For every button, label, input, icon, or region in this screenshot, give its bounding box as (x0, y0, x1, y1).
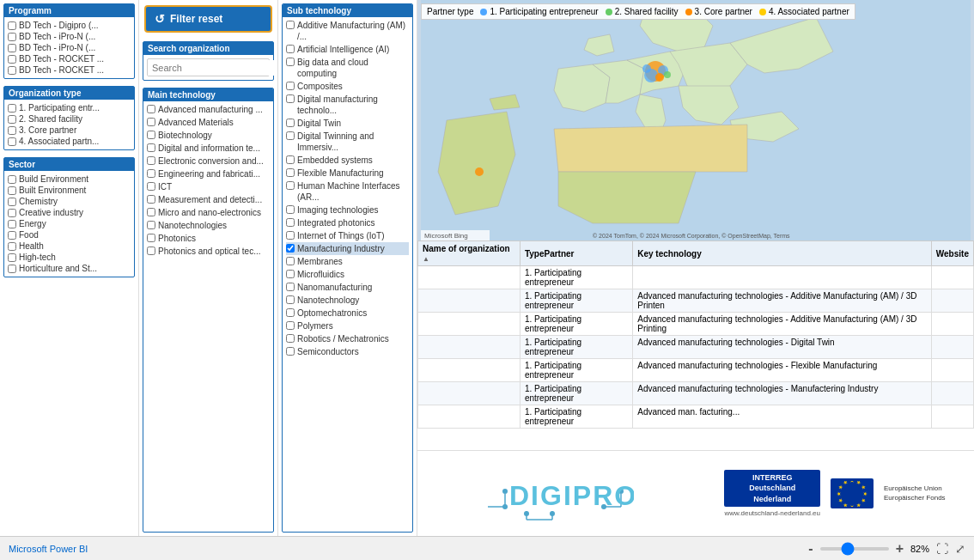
list-item[interactable]: Flexible Manufacturing (286, 167, 409, 180)
sector-cb-0[interactable] (8, 175, 16, 184)
list-item[interactable]: Digital manufacturing technolo... (286, 93, 409, 117)
list-item[interactable]: Photonics and optical tec... (147, 245, 270, 258)
list-item[interactable]: Built Environment (8, 185, 131, 196)
list-item[interactable]: Polymers (286, 320, 409, 332)
subtech-cb-5[interactable] (286, 119, 295, 127)
subtech-cb-3[interactable] (286, 82, 295, 90)
col-header-website[interactable]: Website (931, 241, 973, 266)
sector-cb-7[interactable] (8, 253, 16, 262)
maintech-cb-5[interactable] (147, 169, 155, 178)
zoom-plus-button[interactable]: + (896, 541, 904, 557)
list-item[interactable]: Microfluidics (286, 268, 409, 281)
list-item[interactable]: Embedded systems (286, 154, 409, 167)
list-item[interactable]: BD Tech - iPro-N (... (8, 42, 131, 53)
subtech-cb-12[interactable] (286, 231, 295, 240)
maintech-cb-11[interactable] (147, 247, 155, 255)
list-item[interactable]: Horticulture and St... (8, 263, 131, 274)
list-item[interactable]: BD Tech - iPro-N (... (8, 31, 131, 42)
list-item[interactable]: 1. Participating entr... (8, 102, 131, 113)
maintech-cb-0[interactable] (147, 105, 155, 113)
org-cb-3[interactable] (8, 137, 16, 146)
col-header-type[interactable]: TypePartner (520, 241, 632, 266)
programm-cb-1[interactable] (8, 33, 16, 41)
list-item[interactable]: Imaging technologies (286, 204, 409, 216)
fit-page-button[interactable]: ⛶ (936, 542, 948, 556)
search-input[interactable] (148, 60, 275, 76)
subtech-cb-18[interactable] (286, 308, 295, 317)
list-item[interactable]: BD Tech - Digipro (... (8, 20, 131, 31)
maintech-cb-4[interactable] (147, 156, 155, 165)
col-header-keytech[interactable]: Key technology (633, 241, 932, 266)
sector-cb-5[interactable] (8, 231, 16, 240)
subtech-cb-13[interactable] (286, 244, 295, 253)
subtech-cb-8[interactable] (286, 168, 295, 177)
maintech-cb-8[interactable] (147, 208, 155, 216)
subtech-cb-4[interactable] (286, 94, 295, 103)
maintech-cb-3[interactable] (147, 143, 155, 152)
subtech-cb-0[interactable] (286, 21, 295, 29)
subtech-cb-19[interactable] (286, 321, 295, 330)
org-cb-1[interactable] (8, 115, 16, 124)
maintech-cb-7[interactable] (147, 195, 155, 204)
org-cb-2[interactable] (8, 126, 16, 135)
list-item[interactable]: Food (8, 229, 131, 240)
subtech-cb-10[interactable] (286, 205, 295, 214)
sector-cb-2[interactable] (8, 198, 16, 206)
subtech-cb-6[interactable] (286, 131, 295, 140)
list-item[interactable]: Micro and nano-electronics (147, 206, 270, 219)
programm-cb-4[interactable] (8, 66, 16, 75)
maintech-cb-1[interactable] (147, 118, 155, 126)
list-item[interactable]: Big data and cloud computing (286, 56, 409, 80)
list-item[interactable]: BD Tech - ROCKET ... (8, 64, 131, 76)
subtech-cb-7[interactable] (286, 155, 295, 164)
list-item[interactable]: BD Tech - ROCKET ... (8, 53, 131, 64)
list-item[interactable]: Biotechnology (147, 129, 270, 142)
list-item[interactable]: Semiconductors (286, 345, 409, 358)
table-scroll[interactable]: Name of organization ▲ TypePartner Key t… (417, 240, 974, 450)
programm-cb-3[interactable] (8, 55, 16, 64)
sector-cb-3[interactable] (8, 209, 16, 217)
sector-cb-1[interactable] (8, 186, 16, 195)
list-item[interactable]: Membranes (286, 255, 409, 268)
list-item[interactable]: Health (8, 240, 131, 252)
list-item[interactable]: Build Environment (8, 173, 131, 185)
filter-reset-button[interactable]: ↺ Filter reset (144, 5, 272, 33)
list-item[interactable]: Engineering and fabricati... (147, 167, 270, 180)
subtech-cb-17[interactable] (286, 295, 295, 304)
list-item[interactable]: 3. Core partner (8, 125, 131, 136)
powerbi-link[interactable]: Microsoft Power BI (9, 544, 88, 554)
list-item[interactable]: Artificial Intelligence (AI) (286, 43, 409, 56)
subtech-cb-15[interactable] (286, 270, 295, 278)
list-item[interactable]: Internet of Things (IoT) (286, 229, 409, 242)
subtech-cb-16[interactable] (286, 283, 295, 291)
fullscreen-button[interactable]: ⤢ (955, 542, 965, 556)
programm-cb-0[interactable] (8, 21, 16, 30)
list-item[interactable]: Additive Manufacturing (AM) /... (286, 19, 409, 43)
maintech-cb-10[interactable] (147, 234, 155, 242)
list-item[interactable]: Advanced manufacturing ... (147, 103, 270, 116)
list-item[interactable]: Nanotechnology (286, 294, 409, 307)
subtech-cb-2[interactable] (286, 58, 295, 66)
list-item[interactable]: Digital Twinning and Immersiv... (286, 130, 409, 154)
list-item[interactable]: ICT (147, 180, 270, 193)
sector-cb-4[interactable] (8, 220, 16, 228)
list-item[interactable]: Nanomanufacturing (286, 281, 409, 294)
list-item[interactable]: Digital and information te... (147, 142, 270, 155)
list-item[interactable]: Advanced Materials (147, 116, 270, 129)
list-item[interactable]: Optomechatronics (286, 307, 409, 320)
zoom-minus-button[interactable]: - (808, 541, 813, 557)
subtech-cb-21[interactable] (286, 347, 295, 356)
col-header-name[interactable]: Name of organization ▲ (418, 241, 520, 266)
maintech-cb-6[interactable] (147, 182, 155, 191)
org-cb-0[interactable] (8, 104, 16, 113)
list-item[interactable]: Manufacturing Industry (286, 242, 409, 255)
maintech-cb-9[interactable] (147, 221, 155, 229)
subtech-cb-1[interactable] (286, 45, 295, 53)
subtech-cb-20[interactable] (286, 334, 295, 343)
list-item[interactable]: 2. Shared facility (8, 113, 131, 125)
list-item[interactable]: Creative industry (8, 207, 131, 218)
sector-cb-6[interactable] (8, 242, 16, 251)
list-item[interactable]: Measurement and detecti... (147, 193, 270, 206)
sector-cb-8[interactable] (8, 265, 16, 273)
list-item[interactable]: Human Machine Interfaces (AR... (286, 180, 409, 204)
